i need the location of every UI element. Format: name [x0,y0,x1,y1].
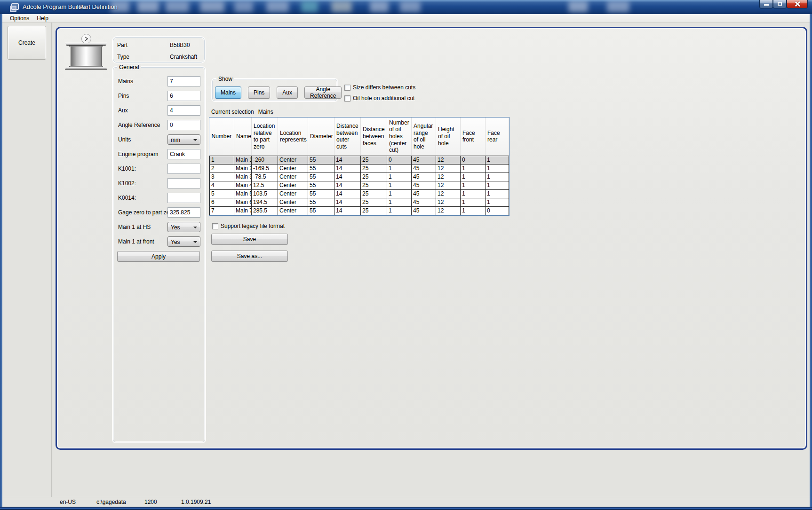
table-cell[interactable]: 12 [436,198,461,206]
gage-zero-input[interactable] [167,207,200,218]
save-button[interactable]: Save [211,234,288,245]
table-cell[interactable]: Center [278,189,308,198]
table-cell[interactable]: Center [278,156,308,164]
k1001-input[interactable] [167,164,200,174]
table-cell[interactable]: 1 [486,198,509,206]
table-cell[interactable]: 55 [308,206,334,215]
table-cell[interactable]: 55 [308,189,334,198]
table-cell[interactable]: Main 4 [234,181,252,189]
table-cell[interactable]: 1 [461,173,486,181]
checkbox-unchecked-icon[interactable] [344,95,350,102]
table-cell[interactable]: Main 5 [234,189,252,198]
table-cell[interactable]: 25 [361,156,387,164]
menu-help[interactable]: Help [33,15,52,22]
maximize-button[interactable] [773,0,787,8]
table-cell[interactable]: Center [278,206,308,215]
save-as-button[interactable]: Save as... [211,251,288,262]
table-cell[interactable]: 25 [361,189,387,198]
table-cell[interactable]: 45 [412,198,436,206]
table-cell[interactable]: 55 [308,181,334,189]
table-cell[interactable]: 25 [361,198,387,206]
close-button[interactable] [787,0,808,8]
table-row[interactable]: 3Main 3-78.5Center5514251451211 [210,173,509,181]
table-cell[interactable]: 1 [387,198,412,206]
k0014-input[interactable] [167,193,200,203]
column-header[interactable]: Number [210,118,234,156]
table-cell[interactable]: Center [278,164,308,173]
legacy-format-checkbox[interactable]: Support legacy file format [212,223,285,229]
units-combobox[interactable]: mm [167,134,200,145]
table-cell[interactable]: 2 [210,164,234,173]
table-cell[interactable]: 45 [412,156,436,164]
menu-options[interactable]: Options [6,15,33,22]
table-cell[interactable]: 1 [387,164,412,173]
column-header[interactable]: Number of oil holes (center cut) [387,118,412,156]
table-cell[interactable]: 12 [436,156,461,164]
table-cell[interactable]: Main 2 [234,164,252,173]
table-cell[interactable]: 1 [387,173,412,181]
table-row[interactable]: 2Main 2-169.5Center5514251451211 [210,164,509,173]
table-cell[interactable]: 25 [361,206,387,215]
table-cell[interactable]: -169.5 [252,164,278,173]
table-cell[interactable]: 0 [387,156,412,164]
table-cell[interactable]: 55 [308,173,334,181]
table-cell[interactable]: 7 [210,206,234,215]
table-cell[interactable]: 14 [334,206,361,215]
table-cell[interactable]: 25 [361,181,387,189]
table-cell[interactable]: 1 [486,164,509,173]
minimize-button[interactable] [759,0,773,8]
apply-button[interactable]: Apply [117,251,200,262]
table-cell[interactable]: 1 [486,173,509,181]
table-cell[interactable]: 1 [486,181,509,189]
table-cell[interactable]: Center [278,181,308,189]
table-cell[interactable]: 12 [436,181,461,189]
table-cell[interactable]: 14 [334,173,361,181]
table-cell[interactable]: 1 [461,181,486,189]
table-row[interactable]: 5Main 5103.5Center5514251451211 [210,189,509,198]
pins-input[interactable] [167,91,200,101]
titlebar[interactable]: Adcole Program Builder Part Definition [0,0,812,14]
table-cell[interactable]: 285.5 [252,206,278,215]
column-header[interactable]: Angular range of oil hole [412,118,436,156]
table-cell[interactable]: 1 [387,181,412,189]
table-cell[interactable]: 1 [461,206,486,215]
column-header[interactable]: Face rear [486,118,509,156]
column-header[interactable]: Face front [461,118,486,156]
table-cell[interactable]: 55 [308,164,334,173]
table-cell[interactable]: 103.5 [252,189,278,198]
table-cell[interactable]: 12 [436,173,461,181]
table-row[interactable]: 1Main 1-260Center5514250451201 [210,156,509,164]
table-cell[interactable]: 4 [210,181,234,189]
table-cell[interactable]: 25 [361,164,387,173]
table-cell[interactable]: Main 3 [234,173,252,181]
create-button[interactable]: Create [8,26,46,60]
table-cell[interactable]: 14 [334,198,361,206]
column-header[interactable]: Distance between faces [361,118,387,156]
column-header[interactable]: Distance between outer cuts [334,118,361,156]
column-header[interactable]: Name [234,118,252,156]
table-cell[interactable]: 14 [334,181,361,189]
table-row[interactable]: 4Main 412.5Center5514251451211 [210,181,509,189]
table-cell[interactable]: 6 [210,198,234,206]
table-cell[interactable]: 45 [412,206,436,215]
show-angle-reference-button[interactable]: Angle Reference [304,86,342,99]
table-cell[interactable]: 45 [412,173,436,181]
column-header[interactable]: Diameter [308,118,334,156]
checkbox-unchecked-icon[interactable] [212,223,218,229]
column-header[interactable]: Location represents [278,118,308,156]
table-cell[interactable]: 14 [334,189,361,198]
table-cell[interactable]: 1 [387,189,412,198]
table-cell[interactable]: Center [278,198,308,206]
table-cell[interactable]: 0 [461,156,486,164]
table-cell[interactable]: -78.5 [252,173,278,181]
table-cell[interactable]: 45 [412,164,436,173]
table-cell[interactable]: 5 [210,189,234,198]
table-cell[interactable]: 14 [334,156,361,164]
table-cell[interactable]: 0 [486,206,509,215]
table-cell[interactable]: 55 [308,156,334,164]
show-aux-button[interactable]: Aux [277,86,298,99]
table-cell[interactable]: Main 6 [234,198,252,206]
table-cell[interactable]: 12 [436,206,461,215]
table-cell[interactable]: Main 7 [234,206,252,215]
angle-reference-input[interactable] [167,120,200,130]
